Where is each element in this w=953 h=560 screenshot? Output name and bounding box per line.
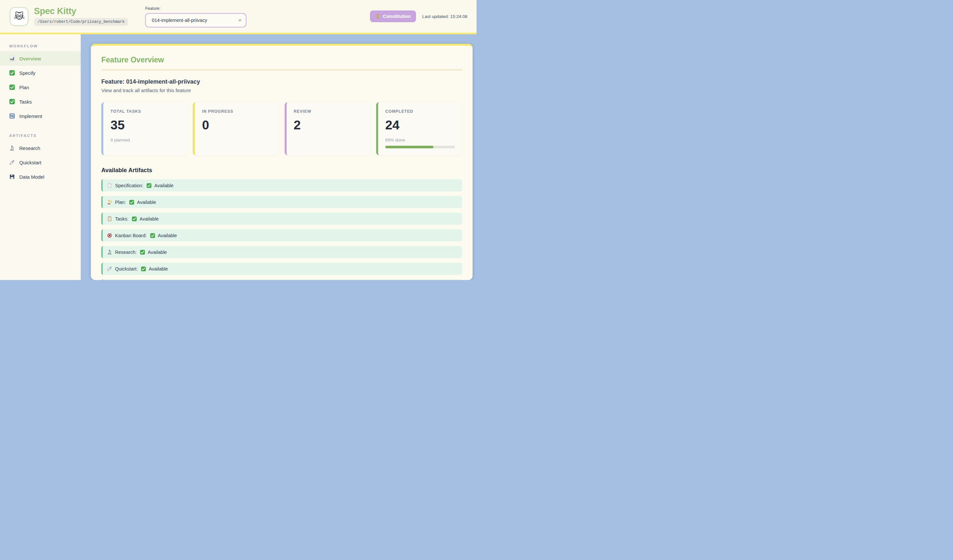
sidebar-item-label: Quickstart xyxy=(19,160,42,165)
stat-sub: 69% done xyxy=(385,138,455,143)
artifact-status: Available xyxy=(148,250,167,255)
project-path: /Users/robert/Code/priivacy_benchmark xyxy=(34,18,128,26)
stat-label: IN PROGRESS xyxy=(202,109,272,114)
artifact-status: Available xyxy=(140,216,159,222)
artifact-row-research[interactable]: Research: Available xyxy=(101,246,462,258)
title-block: Spec Kitty /Users/robert/Code/priivacy_b… xyxy=(34,7,128,26)
artifact-row-specification[interactable]: Specification: Available xyxy=(101,179,462,191)
sidebar-item-label: Implement xyxy=(19,113,42,119)
rocket-icon xyxy=(9,160,15,165)
available-artifacts-title: Available Artifacts xyxy=(101,167,462,174)
feature-select-label: Feature: xyxy=(145,6,247,11)
check-icon xyxy=(141,266,146,271)
constitution-button-label: Constitution xyxy=(383,14,411,19)
sidebar: WORKFLOW Overview Specify Plan Tasks Imp… xyxy=(0,34,81,280)
feature-overview-card: Feature Overview Feature: 014-implement-… xyxy=(91,44,473,280)
sidebar-item-label: Research xyxy=(19,146,40,151)
sidebar-item-plan[interactable]: Plan xyxy=(0,80,81,95)
sidebar-item-data-model[interactable]: Data Model xyxy=(0,169,81,184)
last-updated-text: Last updated: 15:24:08 xyxy=(422,14,467,19)
sidebar-item-implement[interactable]: Implement xyxy=(0,109,81,123)
sidebar-section-artifacts-title: ARTIFACTS xyxy=(9,133,81,138)
stats-row: TOTAL TASKS 35 9 planned IN PROGRESS 0 R… xyxy=(101,102,462,155)
check-icon xyxy=(146,183,152,188)
stat-value: 35 xyxy=(110,119,180,131)
stat-sub xyxy=(294,138,363,143)
feature-subheading: View and track all artifacts for this fe… xyxy=(101,88,462,93)
stat-card-total-tasks: TOTAL TASKS 35 9 planned xyxy=(101,102,187,155)
stat-card-in-progress: IN PROGRESS 0 xyxy=(193,102,279,155)
feature-heading: Feature: 014-implement-all-priivacy xyxy=(101,78,462,85)
artifact-status: Available xyxy=(154,183,174,188)
artifact-label: Plan: xyxy=(115,200,126,205)
sidebar-item-quickstart[interactable]: Quickstart xyxy=(0,155,81,169)
sidebar-item-specify[interactable]: Specify xyxy=(0,66,81,80)
artifact-status: Available xyxy=(137,200,156,205)
sidebar-item-label: Tasks xyxy=(19,99,32,104)
completion-progress-fill xyxy=(385,146,433,148)
artifact-row-quickstart[interactable]: Quickstart: Available xyxy=(101,263,462,275)
artifact-label: Research: xyxy=(115,250,137,255)
sidebar-item-research[interactable]: Research xyxy=(0,141,81,155)
artifact-row-tasks[interactable]: Tasks: Available xyxy=(101,213,462,225)
stat-card-review: REVIEW 2 xyxy=(285,102,371,155)
main-area: Feature Overview Feature: 014-implement-… xyxy=(81,34,476,280)
app-logo xyxy=(10,7,28,26)
sidebar-item-label: Plan xyxy=(19,85,29,90)
stat-value: 0 xyxy=(202,119,272,131)
stat-value: 2 xyxy=(294,119,363,131)
crane-icon xyxy=(107,199,112,205)
check-icon xyxy=(132,216,137,222)
sidebar-item-label: Specify xyxy=(19,70,35,76)
stat-sub: 9 planned xyxy=(110,138,180,143)
artifact-row-kanban-board[interactable]: Kanban Board: Available xyxy=(101,230,462,242)
app-title: Spec Kitty xyxy=(34,7,128,16)
sidebar-item-overview[interactable]: Overview xyxy=(0,51,81,66)
sidebar-item-label: Data Model xyxy=(19,174,45,180)
artifact-label: Specification: xyxy=(115,183,143,188)
stat-value: 24 xyxy=(385,119,455,131)
artifact-row-data-model[interactable]: Data Model: Available xyxy=(101,279,462,280)
header-right: Constitution Last updated: 15:24:08 xyxy=(370,11,468,22)
check-icon xyxy=(9,84,15,90)
stat-card-completed: COMPLETED 24 69% done xyxy=(376,102,462,155)
artifact-label: Quickstart: xyxy=(115,266,138,271)
feature-select-group: Feature: 014-implement-all-priivacy xyxy=(145,6,247,28)
cat-logo-icon xyxy=(12,9,26,23)
artifact-status: Available xyxy=(149,266,168,271)
check-icon xyxy=(129,200,134,205)
feature-select[interactable]: 014-implement-all-priivacy xyxy=(145,13,247,28)
completion-progress-bar xyxy=(385,146,455,148)
page-icon xyxy=(107,183,112,188)
artifact-label: Tasks: xyxy=(115,216,129,222)
stat-label: COMPLETED xyxy=(385,109,455,114)
app-header: Spec Kitty /Users/robert/Code/priivacy_b… xyxy=(0,0,476,34)
clipboard-icon xyxy=(107,216,112,222)
check-icon xyxy=(150,233,155,238)
constitution-button[interactable]: Constitution xyxy=(370,11,416,22)
rocket-icon xyxy=(107,266,112,271)
stat-sub xyxy=(202,138,272,143)
divider xyxy=(101,70,462,70)
target-icon xyxy=(107,233,112,238)
sidebar-section-workflow-title: WORKFLOW xyxy=(9,44,81,48)
check-icon xyxy=(140,250,145,255)
floppy-icon xyxy=(9,174,15,180)
check-icon xyxy=(9,99,15,104)
artifact-row-plan[interactable]: Plan: Available xyxy=(101,196,462,208)
refresh-icon xyxy=(9,113,15,119)
stat-label: REVIEW xyxy=(294,109,363,114)
stat-label: TOTAL TASKS xyxy=(110,109,180,114)
scroll-icon xyxy=(375,14,380,19)
artifact-label: Kanban Board: xyxy=(115,233,147,238)
check-icon xyxy=(9,70,15,76)
artifact-status: Available xyxy=(158,233,177,238)
bar-chart-icon xyxy=(9,56,15,61)
sidebar-item-label: Overview xyxy=(19,56,41,61)
page-title: Feature Overview xyxy=(101,56,462,64)
microscope-icon xyxy=(107,249,112,255)
microscope-icon xyxy=(9,145,15,151)
sidebar-item-tasks[interactable]: Tasks xyxy=(0,95,81,109)
